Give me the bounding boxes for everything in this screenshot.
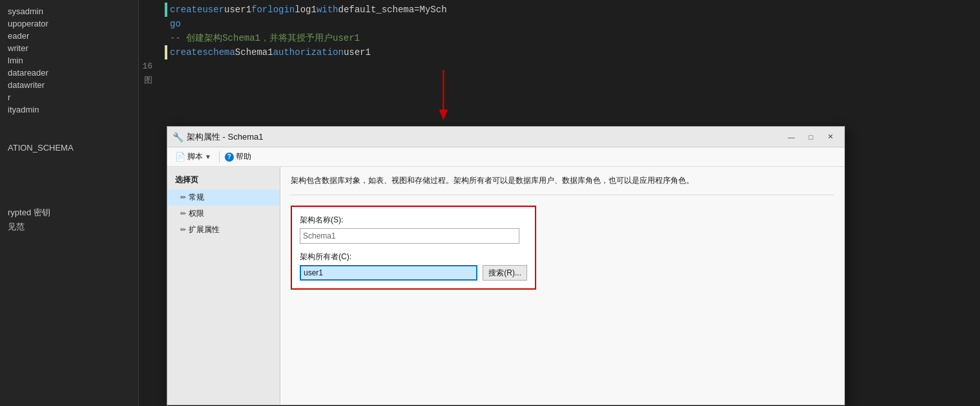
dialog-body: 选择页 ✏ 常规 ✏ 权限 ✏ 扩展属性 架构包含数据库对象，如表、视图和存储过… <box>167 167 844 405</box>
owner-row: 搜索(R)... <box>300 265 527 281</box>
line-modified-indicator <box>165 45 167 59</box>
sidebar-item[interactable]: datareader <box>0 67 138 79</box>
sidebar-item[interactable]: ATION_SCHEMA <box>0 142 138 154</box>
code-line: create user user1 for login log1 with de… <box>170 3 975 17</box>
code-keyword: authorization <box>273 45 344 59</box>
dialog-titlebar: 🔧 架构属性 - Schema1 — □ ✕ <box>167 127 844 147</box>
sidebar-item[interactable]: 见范 <box>0 220 138 234</box>
dialog-title: 架构属性 - Schema1 <box>187 131 782 143</box>
nav-item-label: 权限 <box>189 208 204 219</box>
code-text: Schema1 <box>235 45 273 59</box>
script-button[interactable]: 📄 脚本 ▼ <box>172 150 214 164</box>
dialog-nav: 选择页 ✏ 常规 ✏ 权限 ✏ 扩展属性 <box>167 167 280 405</box>
minimize-button[interactable]: — <box>782 130 800 144</box>
sidebar-item[interactable]: datawriter <box>0 79 138 91</box>
code-keyword: go <box>170 17 181 31</box>
code-keyword: login <box>267 3 295 17</box>
code-text: user1 <box>344 45 371 59</box>
line-num <box>139 45 156 59</box>
dropdown-arrow-icon[interactable]: ▼ <box>205 153 211 160</box>
toolbar-separator <box>219 151 220 163</box>
line-num <box>139 31 156 45</box>
sidebar-item[interactable]: upoperator <box>0 17 138 30</box>
nav-item-icon: ✏ <box>180 209 186 218</box>
help-icon: ? <box>225 153 234 162</box>
code-line: go <box>170 17 975 31</box>
dialog-controls: — □ ✕ <box>782 130 839 144</box>
code-keyword: create <box>170 45 202 59</box>
nav-item-permissions[interactable]: ✏ 权限 <box>167 206 280 222</box>
nav-item-extended-properties[interactable]: ✏ 扩展属性 <box>167 222 280 238</box>
help-button[interactable]: ? 帮助 <box>225 151 251 162</box>
line-num: 16 <box>139 59 156 74</box>
nav-item-icon: ✏ <box>180 226 186 234</box>
nav-item-general[interactable]: ✏ 常规 <box>167 189 280 206</box>
sidebar-item[interactable]: eader <box>0 30 138 42</box>
code-keyword: schema <box>202 45 235 59</box>
script-label: 脚本 <box>187 151 203 162</box>
nav-item-icon: ✏ <box>180 193 186 202</box>
line-num <box>139 17 156 31</box>
sidebar-item[interactable]: lmin <box>0 54 138 67</box>
owner-label: 架构所有者(C): <box>300 251 527 262</box>
dialog-icon: 🔧 <box>172 132 183 142</box>
sidebar: sysadmin upoperator eader writer lmin da… <box>0 0 139 406</box>
close-button[interactable]: ✕ <box>821 130 839 144</box>
sidebar-item[interactable]: rypted 密钥 <box>0 206 138 220</box>
sidebar-item[interactable]: ityadmin <box>0 103 138 116</box>
schema-form-section: 架构名称(S): 架构所有者(C): 搜索(R)... <box>291 206 536 290</box>
code-keyword: for <box>251 3 267 17</box>
sidebar-item[interactable]: sysadmin <box>0 5 138 17</box>
code-text: user1 <box>224 3 251 17</box>
maximize-button[interactable]: □ <box>802 130 820 144</box>
owner-input[interactable] <box>300 265 477 281</box>
code-comment: -- 创建架构Schema1，并将其授予用户user1 <box>170 31 360 45</box>
nav-item-label: 常规 <box>189 192 204 203</box>
description-text: 架构包含数据库对象，如表、视图和存储过程。架构所有者可以是数据库用户、数据库角色… <box>291 175 834 195</box>
help-label: 帮助 <box>236 151 251 162</box>
code-text: default_schema=MySch <box>339 3 447 17</box>
code-keyword: user <box>202 3 224 17</box>
code-keyword: with <box>317 3 339 17</box>
sidebar-item[interactable]: r <box>0 91 138 103</box>
nav-section-header: 选择页 <box>167 172 280 188</box>
schema-name-input[interactable] <box>300 228 519 244</box>
code-line: -- 创建架构Schema1，并将其授予用户user1 <box>170 31 975 45</box>
schema-name-label: 架构名称(S): <box>300 215 527 226</box>
line-num <box>139 3 156 17</box>
code-text: log1 <box>295 3 317 17</box>
line-num: 图 <box>139 74 156 88</box>
line-modified-indicator <box>165 3 167 17</box>
search-button[interactable]: 搜索(R)... <box>483 265 527 281</box>
nav-item-label: 扩展属性 <box>189 224 220 235</box>
script-icon: 📄 <box>175 152 185 162</box>
schema-properties-dialog[interactable]: 🔧 架构属性 - Schema1 — □ ✕ 📄 脚本 ▼ ? 帮助 选择页 ✏… <box>167 126 845 405</box>
sidebar-item[interactable]: writer <box>0 42 138 54</box>
dialog-content: 架构包含数据库对象，如表、视图和存储过程。架构所有者可以是数据库用户、数据库角色… <box>280 167 844 405</box>
dialog-toolbar: 📄 脚本 ▼ ? 帮助 <box>167 147 844 167</box>
code-gutter: 16 图 <box>139 0 162 406</box>
code-keyword: create <box>170 3 202 17</box>
code-line: create schema Schema1 authorization user… <box>170 45 975 59</box>
